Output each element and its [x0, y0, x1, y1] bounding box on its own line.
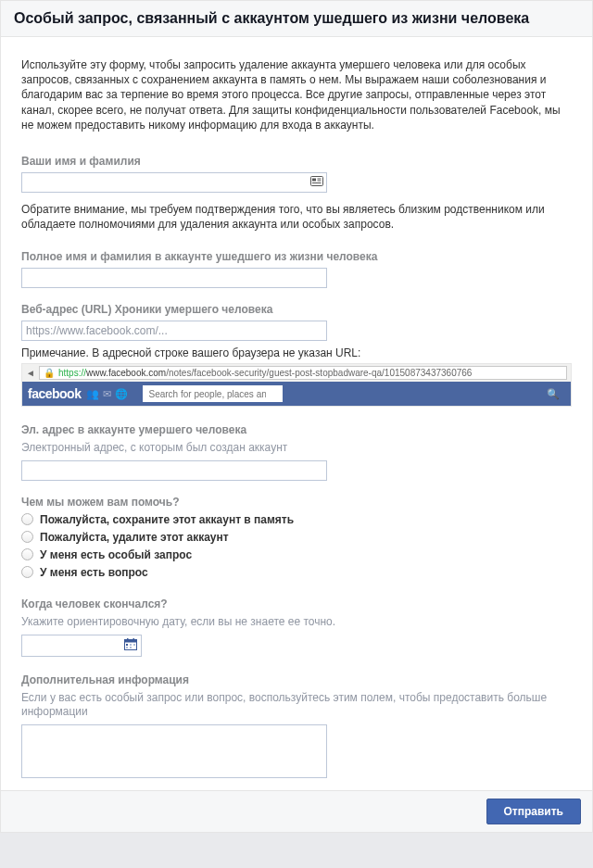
help-question-label: Чем мы можем вам помочь? — [21, 490, 572, 509]
card-header: Особый запрос, связанный с аккаунтом уше… — [1, 1, 592, 37]
svg-rect-8 — [133, 638, 135, 641]
help-option-label: Пожалуйста, сохраните этот аккаунт в пам… — [40, 513, 294, 526]
back-icon: ◄ — [26, 367, 35, 380]
url-example-image: ◄ 🔒 https://www.facebook.com/notes/faceb… — [21, 363, 572, 407]
friends-icon: 👥 — [86, 388, 99, 400]
messages-icon: ✉ — [103, 388, 111, 400]
notifications-icon: 🌐 — [115, 388, 128, 400]
deceased-name-label: Полное имя и фамилия в аккаунте ушедшего… — [21, 245, 572, 263]
id-card-icon — [310, 176, 323, 189]
calendar-icon — [124, 638, 137, 653]
your-name-label: Ваши имя и фамилия — [21, 149, 572, 168]
submit-button[interactable]: Отправить — [486, 799, 581, 824]
help-option-label: У меня есть особый запрос — [40, 548, 192, 561]
url-path: /notes/facebook-security/guest-post-stop… — [166, 368, 472, 378]
card-body: Используйте эту форму, чтобы запросить у… — [1, 37, 592, 790]
svg-rect-12 — [126, 647, 128, 648]
svg-rect-11 — [133, 644, 135, 646]
url-note: Примечание. В адресной строке вашего бра… — [21, 346, 572, 359]
svg-rect-9 — [126, 644, 128, 646]
help-option-question[interactable]: У меня есть вопрос — [21, 566, 572, 579]
deceased-email-input[interactable] — [21, 460, 327, 481]
radio-icon — [21, 513, 33, 525]
facebook-logo: facebook — [28, 386, 81, 401]
passed-date-label: Когда человек скончался? — [21, 592, 572, 610]
help-option-memorialize[interactable]: Пожалуйста, сохраните этот аккаунт в пам… — [21, 513, 572, 526]
svg-rect-7 — [127, 638, 129, 641]
additional-help: Если у вас есть особый запрос или вопрос… — [21, 691, 572, 720]
fb-nav-icons: 👥 ✉ 🌐 — [86, 388, 128, 400]
svg-rect-6 — [125, 639, 137, 642]
help-option-label: Пожалуйста, удалите этот аккаунт — [40, 531, 229, 544]
page-title: Особый запрос, связанный с аккаунтом уше… — [14, 10, 579, 27]
help-option-delete[interactable]: Пожалуйста, удалите этот аккаунт — [21, 531, 572, 544]
lock-icon: 🔒 — [44, 368, 55, 378]
additional-textarea[interactable] — [21, 724, 327, 778]
deceased-url-label: Веб-адрес (URL) Хроники умершего человек… — [21, 297, 572, 316]
passed-date-input[interactable] — [21, 635, 142, 657]
intro-text: Используйте эту форму, чтобы запросить у… — [21, 57, 572, 132]
url-domain: www.facebook.com — [86, 368, 166, 378]
form-card: Особый запрос, связанный с аккаунтом уше… — [0, 0, 593, 833]
radio-icon — [21, 548, 33, 560]
your-name-input[interactable] — [21, 172, 327, 193]
card-footer: Отправить — [1, 790, 592, 832]
radio-icon — [21, 566, 33, 578]
svg-rect-10 — [130, 644, 132, 646]
help-option-label: У меня есть вопрос — [40, 566, 148, 579]
passed-date-help: Укажите ориентировочную дату, если вы не… — [21, 615, 572, 630]
browser-url-field: 🔒 https://www.facebook.com/notes/faceboo… — [39, 366, 567, 380]
additional-label: Дополнительная информация — [21, 668, 572, 686]
help-options: Пожалуйста, сохраните этот аккаунт в пам… — [21, 513, 572, 579]
help-option-special[interactable]: У меня есть особый запрос — [21, 548, 572, 561]
url-protocol: https:// — [58, 368, 86, 378]
your-name-note: Обратите внимание, мы требуем подтвержде… — [21, 202, 572, 232]
radio-icon — [21, 531, 33, 543]
deceased-email-label: Эл. адрес в аккаунте умершего человека — [21, 418, 572, 436]
deceased-name-input[interactable] — [21, 268, 327, 288]
fb-search-input — [143, 385, 283, 402]
deceased-email-help: Электронный адрес, с которым был создан … — [21, 441, 572, 456]
search-icon: 🔍 — [547, 388, 560, 400]
svg-rect-13 — [130, 647, 132, 648]
svg-rect-1 — [312, 178, 316, 181]
deceased-url-input[interactable] — [21, 321, 327, 341]
